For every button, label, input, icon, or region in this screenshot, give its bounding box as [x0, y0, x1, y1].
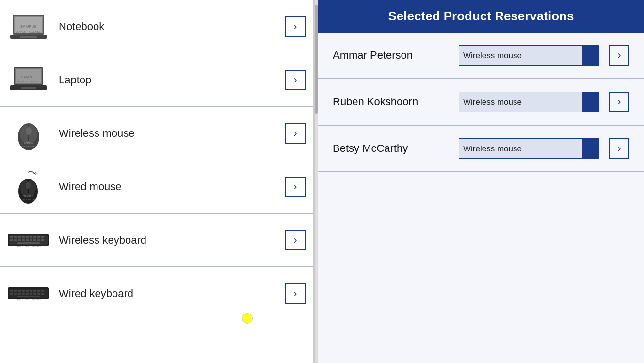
product-chevron-notebook[interactable]: ›: [285, 16, 306, 37]
svg-rect-40: [22, 239, 25, 241]
svg-rect-62: [22, 293, 25, 295]
divider-3: [318, 172, 644, 172]
product-thumb-wireless-keyboard: SAMPLE DO NOT RELEASE: [8, 222, 49, 258]
reservation-nav-arrow-1[interactable]: ›: [609, 45, 629, 66]
svg-rect-51: [14, 290, 17, 292]
svg-text:DO NOT RELEASE: DO NOT RELEASE: [16, 30, 41, 33]
reservation-nav-arrow-2[interactable]: ›: [609, 92, 629, 112]
svg-text:SAMPLE: SAMPLE: [23, 195, 33, 198]
svg-rect-43: [33, 239, 36, 241]
product-item-notebook[interactable]: SAMPLE DO NOT RELEASE Notebook ›: [0, 0, 313, 53]
select-wrapper-2: Wireless mouse Wired mouse Notebook Lapt…: [459, 92, 599, 112]
reservations-title: Selected Product Reservations: [388, 9, 574, 23]
product-item-wireless-mouse[interactable]: SAMPLE DO NOT RELEASE Wireless mouse ›: [0, 107, 313, 160]
product-name-wired-mouse: Wired mouse: [59, 181, 285, 193]
svg-rect-58: [41, 290, 44, 292]
select-wrapper-1: Wireless mouse Wired mouse Notebook Lapt…: [459, 45, 599, 66]
svg-rect-65: [33, 293, 36, 295]
svg-rect-41: [26, 239, 29, 241]
svg-rect-50: [10, 290, 13, 292]
product-select-wrapper-3: Wireless mouse Wired mouse Notebook Lapt…: [459, 138, 629, 159]
product-select-3[interactable]: Wireless mouse Wired mouse Notebook Lapt…: [459, 138, 599, 159]
svg-text:SAMPLE DO NOT RELEASE: SAMPLE DO NOT RELEASE: [16, 245, 41, 248]
svg-rect-59: [10, 293, 13, 295]
svg-rect-42: [30, 239, 32, 241]
reservations-panel: Selected Product Reservations Ammar Pete…: [318, 0, 644, 363]
product-chevron-laptop[interactable]: ›: [285, 70, 306, 90]
svg-rect-61: [18, 293, 21, 295]
svg-rect-39: [18, 239, 21, 241]
svg-rect-30: [18, 236, 21, 238]
svg-rect-45: [41, 239, 44, 241]
product-list: SAMPLE DO NOT RELEASE Notebook › SAMPLE …: [0, 0, 314, 363]
reservation-list: Ammar Peterson Wireless mouse Wired mous…: [318, 33, 644, 363]
svg-rect-56: [33, 290, 36, 292]
product-thumb-laptop: SAMPLE DO NOT RELEASE: [8, 62, 49, 98]
svg-text:DO NOT RELEASE: DO NOT RELEASE: [17, 80, 39, 83]
svg-text:DO NOT RELEASE: DO NOT RELEASE: [19, 198, 36, 201]
svg-text:DO NOT RELEASE: DO NOT RELEASE: [20, 145, 37, 148]
svg-rect-11: [21, 87, 36, 89]
product-select-wrapper-2: Wireless mouse Wired mouse Notebook Lapt…: [459, 92, 629, 112]
svg-rect-46: [17, 242, 40, 244]
product-name-laptop: Laptop: [59, 74, 285, 86]
svg-rect-29: [14, 236, 17, 238]
svg-rect-32: [26, 236, 29, 238]
person-name-3: Betsy McCarthy: [333, 142, 459, 155]
svg-rect-68: [17, 296, 40, 297]
svg-rect-38: [14, 239, 17, 241]
person-name-2: Ruben Kokshoorn: [333, 96, 459, 108]
svg-rect-52: [18, 290, 21, 292]
svg-rect-36: [41, 236, 44, 238]
svg-rect-53: [22, 290, 25, 292]
svg-rect-67: [41, 293, 44, 295]
svg-rect-35: [37, 236, 40, 238]
reservations-header: Selected Product Reservations: [318, 0, 644, 33]
svg-rect-33: [30, 236, 32, 238]
reservation-row-3: Betsy McCarthy Wireless mouse Wired mous…: [318, 126, 644, 172]
product-chevron-wireless-mouse[interactable]: ›: [285, 123, 306, 144]
product-chevron-wired-keyboard[interactable]: ›: [285, 283, 306, 304]
svg-text:SAMPLE: SAMPLE: [21, 75, 35, 79]
svg-rect-34: [33, 236, 36, 238]
select-wrapper-3: Wireless mouse Wired mouse Notebook Lapt…: [459, 138, 599, 159]
svg-rect-31: [22, 236, 25, 238]
svg-rect-44: [37, 239, 40, 241]
svg-rect-63: [26, 293, 29, 295]
product-name-wireless-mouse: Wireless mouse: [59, 127, 285, 140]
scrollbar[interactable]: [314, 0, 318, 363]
svg-rect-66: [37, 293, 40, 295]
svg-text:SAMPLE: SAMPLE: [20, 24, 36, 29]
svg-rect-54: [26, 290, 29, 292]
product-chevron-wireless-keyboard[interactable]: ›: [285, 230, 306, 250]
product-select-2[interactable]: Wireless mouse Wired mouse Notebook Lapt…: [459, 92, 599, 112]
product-thumb-wired-keyboard: SAMPLE DO NOT RELEASE: [8, 275, 49, 312]
product-select-1[interactable]: Wireless mouse Wired mouse Notebook Lapt…: [459, 45, 599, 66]
svg-rect-4: [20, 36, 37, 38]
person-name-1: Ammar Peterson: [333, 49, 459, 62]
reservation-row-2: Ruben Kokshoorn Wireless mouse Wired mou…: [318, 79, 644, 125]
product-chevron-wired-mouse[interactable]: ›: [285, 177, 306, 197]
svg-rect-28: [10, 236, 13, 238]
product-item-laptop[interactable]: SAMPLE DO NOT RELEASE Laptop ›: [0, 53, 313, 107]
product-select-wrapper-1: Wireless mouse Wired mouse Notebook Lapt…: [459, 45, 629, 66]
product-item-wireless-keyboard[interactable]: SAMPLE DO NOT RELEASE Wireless keyboard …: [0, 214, 313, 267]
product-item-wired-keyboard[interactable]: SAMPLE DO NOT RELEASE Wired keyboard ›: [0, 267, 313, 320]
product-name-wireless-keyboard: Wireless keyboard: [59, 234, 285, 247]
svg-rect-64: [30, 293, 32, 295]
svg-point-17: [26, 127, 32, 135]
product-item-wired-mouse[interactable]: SAMPLE DO NOT RELEASE Wired mouse ›: [0, 160, 313, 214]
svg-text:SAMPLE DO NOT RELEASE: SAMPLE DO NOT RELEASE: [16, 298, 41, 301]
reservation-row-1: Ammar Peterson Wireless mouse Wired mous…: [318, 33, 644, 79]
svg-rect-60: [14, 293, 17, 295]
product-thumb-wireless-mouse: SAMPLE DO NOT RELEASE: [8, 115, 49, 151]
svg-rect-57: [37, 290, 40, 292]
product-name-notebook: Notebook: [59, 20, 285, 33]
product-thumb-wired-mouse: SAMPLE DO NOT RELEASE: [8, 168, 49, 205]
product-thumb-notebook: SAMPLE DO NOT RELEASE: [8, 8, 49, 45]
reservation-nav-arrow-3[interactable]: ›: [609, 138, 629, 159]
svg-rect-37: [10, 239, 13, 241]
svg-point-23: [26, 182, 31, 189]
svg-rect-55: [30, 290, 32, 292]
svg-text:SAMPLE: SAMPLE: [23, 141, 33, 144]
